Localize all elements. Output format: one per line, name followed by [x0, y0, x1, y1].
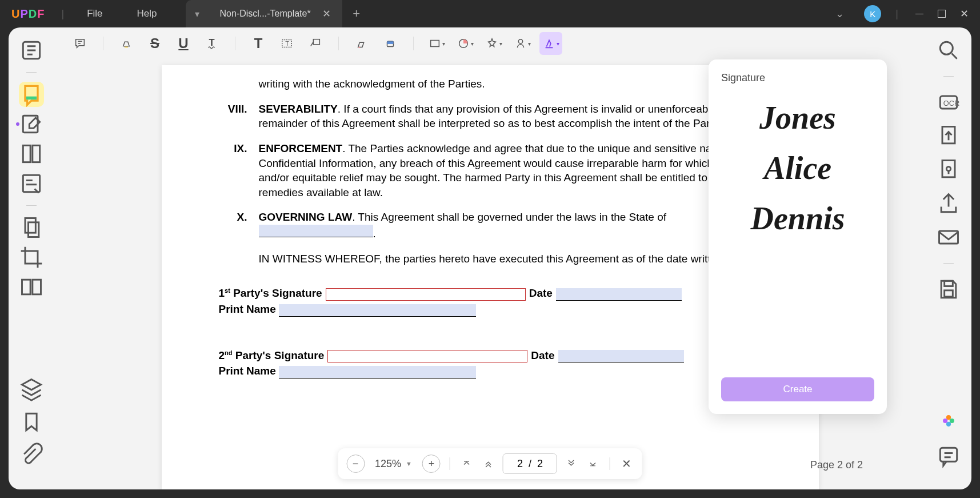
party1-signature-row: 1st Party's Signature Date — [219, 286, 762, 301]
save-icon[interactable] — [936, 277, 961, 302]
user-avatar[interactable]: K — [864, 5, 881, 22]
stamp-tool-icon[interactable]: ▾ — [482, 32, 505, 55]
signature-tool-icon[interactable]: ▾ — [539, 32, 562, 55]
layers-icon[interactable] — [19, 376, 44, 401]
highlight-icon[interactable] — [115, 32, 138, 55]
new-tab-button[interactable]: + — [342, 0, 371, 27]
comment-list-icon[interactable] — [936, 444, 961, 469]
tab-menu-caret[interactable]: ▾ — [186, 0, 209, 27]
close-window-icon[interactable]: ✕ — [960, 7, 969, 20]
file-menu[interactable]: File — [70, 8, 119, 19]
zoom-out-button[interactable]: − — [346, 455, 365, 473]
right-sidebar: OCR — [926, 27, 971, 489]
help-menu[interactable]: Help — [120, 8, 174, 19]
maximize-icon[interactable] — [938, 10, 946, 18]
compare-icon[interactable] — [19, 274, 44, 300]
close-nav-icon[interactable]: ✕ — [619, 455, 634, 473]
annotation-toolbar: S U T T T ▾ ▾ ▾ ▾ ▾ — [54, 27, 926, 59]
protect-icon[interactable] — [936, 157, 961, 182]
separator — [943, 263, 954, 264]
organize-mode-icon[interactable] — [19, 141, 44, 166]
comment-mode-icon[interactable] — [19, 82, 44, 107]
page-number-input[interactable] — [503, 453, 557, 474]
page-navigator: − 125%▼ + ✕ — [338, 448, 642, 479]
text-icon[interactable]: T — [247, 32, 270, 55]
party2-date-field[interactable] — [558, 350, 684, 362]
state-blank-field[interactable] — [259, 225, 373, 237]
tab-close-icon[interactable]: ✕ — [322, 7, 331, 20]
svg-point-28 — [946, 415, 951, 420]
textbox-icon[interactable]: T — [275, 32, 298, 55]
convert-icon[interactable] — [936, 123, 961, 149]
strikethrough-icon[interactable]: S — [143, 32, 166, 55]
separator — [610, 457, 610, 470]
party1-printname-field[interactable] — [279, 304, 476, 317]
crop-icon[interactable] — [19, 245, 44, 270]
ocr-icon[interactable]: OCR — [936, 90, 961, 115]
signature-option[interactable]: Dennis — [721, 193, 874, 244]
squiggly-icon[interactable]: T — [201, 32, 223, 55]
party2-printname-field[interactable] — [279, 366, 476, 379]
active-indicator — [16, 122, 19, 126]
form-mode-icon[interactable] — [19, 171, 44, 196]
zoom-dropdown[interactable]: 125%▼ — [371, 458, 415, 470]
svg-text:T: T — [209, 37, 215, 47]
next-page-icon[interactable] — [564, 455, 579, 473]
party2-print-label: Print Name — [219, 365, 276, 377]
party2-signature-field[interactable] — [327, 350, 527, 362]
party1-signature-field[interactable] — [326, 288, 526, 301]
party2-signature-row: 2nd Party's Signature Date — [219, 348, 762, 363]
share-icon[interactable] — [936, 191, 961, 216]
page-tools-icon[interactable] — [19, 215, 44, 240]
note-icon[interactable] — [69, 32, 91, 55]
party2-label: 2nd Party's Signature — [219, 348, 325, 363]
tab-title: Non-Discl...-Template* — [220, 9, 311, 19]
active-tab[interactable]: Non-Discl...-Template* ✕ — [209, 0, 342, 27]
party1-date-label: Date — [529, 286, 553, 301]
email-icon[interactable] — [936, 225, 961, 250]
party1-date-field[interactable] — [556, 288, 682, 301]
callout-icon[interactable] — [304, 32, 327, 55]
separator — [450, 457, 450, 470]
svg-rect-4 — [33, 145, 40, 162]
ai-assistant-icon[interactable] — [936, 408, 961, 433]
center-area: S U T T T ▾ ▾ ▾ ▾ ▾ writing with the ack… — [54, 27, 926, 489]
svg-text:T: T — [285, 40, 289, 47]
prev-page-icon[interactable] — [481, 455, 496, 473]
section-number: IX. — [219, 141, 259, 200]
workspace: S U T T T ▾ ▾ ▾ ▾ ▾ writing with the ack… — [9, 27, 971, 489]
create-signature-button[interactable]: Create — [721, 377, 874, 401]
search-icon[interactable] — [936, 38, 961, 63]
separator: | — [55, 8, 70, 20]
separator: | — [890, 8, 904, 20]
tab-group: ▾ Non-Discl...-Template* ✕ + — [186, 0, 371, 27]
dropdown-chevron-icon[interactable]: ⌄ — [824, 7, 855, 20]
rectangle-tool-icon[interactable]: ▾ — [425, 32, 448, 55]
svg-rect-23 — [942, 161, 955, 177]
underline-icon[interactable]: U — [172, 32, 195, 55]
svg-rect-15 — [387, 41, 394, 44]
signature-option[interactable]: Alice — [721, 143, 874, 193]
minimize-icon[interactable] — [915, 10, 923, 18]
separator — [235, 37, 235, 50]
svg-rect-5 — [23, 175, 39, 192]
section-number: X. — [219, 210, 259, 241]
separator — [943, 76, 954, 77]
attachment-icon[interactable] — [19, 443, 44, 468]
bookmark-icon[interactable] — [19, 409, 44, 435]
zoom-in-button[interactable]: + — [422, 455, 441, 473]
section-body-pre: . This Agreement shall be governed under… — [352, 211, 666, 223]
svg-point-24 — [946, 167, 950, 171]
stamp2-tool-icon[interactable]: ▾ — [511, 32, 534, 55]
pencil-icon[interactable] — [350, 32, 373, 55]
reader-mode-icon[interactable] — [19, 38, 44, 63]
first-page-icon[interactable] — [459, 455, 474, 473]
section-title: ENFORCEMENT — [259, 142, 343, 154]
eraser-icon[interactable] — [379, 32, 402, 55]
edit-mode-icon[interactable] — [19, 111, 44, 137]
window-controls: ✕ — [904, 7, 980, 20]
signature-option[interactable]: Jones — [721, 93, 874, 143]
separator — [413, 37, 414, 50]
last-page-icon[interactable] — [586, 455, 601, 473]
sticker-tool-icon[interactable]: ▾ — [454, 32, 477, 55]
